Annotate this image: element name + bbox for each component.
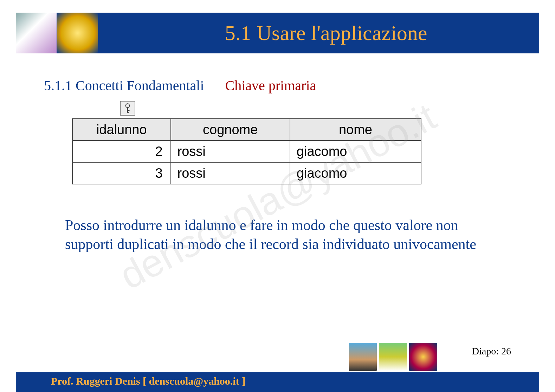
slide-number: Diapo: 26 xyxy=(472,346,511,357)
footer-decor-image-1 xyxy=(349,343,377,371)
diapo-number: 26 xyxy=(501,346,511,357)
cell-cognome: rossi xyxy=(171,141,290,162)
svg-rect-3 xyxy=(127,112,129,113)
table-row: 3 rossi giacomo xyxy=(72,162,421,184)
header-decor-image-1 xyxy=(16,13,57,53)
database-table: idalunno cognome nome 2 rossi giacomo 3 … xyxy=(72,118,421,184)
subtitle-row: 5.1.1 Concetti Fondamentali Chiave prima… xyxy=(44,77,539,94)
col-header-cognome: cognome xyxy=(171,119,290,141)
section-topic: Chiave primaria xyxy=(225,77,316,94)
cell-nome: giacomo xyxy=(290,141,421,162)
cell-id: 2 xyxy=(72,141,171,162)
header-decor-image-2 xyxy=(57,13,98,53)
slide: denscuola@yahoo.it 5.1 Usare l'applicazi… xyxy=(16,0,539,392)
svg-point-0 xyxy=(126,104,130,107)
section-number: 5.1.1 Concetti Fondamentali xyxy=(44,77,204,94)
table-row: 2 rossi giacomo xyxy=(72,141,421,162)
col-header-nome: nome xyxy=(290,119,421,141)
page-title: 5.1 Usare l'applicazione xyxy=(99,21,539,45)
footer-decor-image-3 xyxy=(409,343,437,371)
key-icon xyxy=(124,103,131,113)
header-bar: 5.1 Usare l'applicazione xyxy=(16,13,539,53)
footer-decor-image-2 xyxy=(379,343,407,371)
svg-rect-2 xyxy=(127,110,129,111)
table-header-row: idalunno cognome nome xyxy=(72,119,421,141)
header-image-strip xyxy=(16,13,99,53)
cell-cognome: rossi xyxy=(171,162,290,184)
diapo-label: Diapo: xyxy=(472,346,499,357)
primary-key-icon xyxy=(120,101,135,116)
cell-nome: giacomo xyxy=(290,162,421,184)
col-header-idalunno: idalunno xyxy=(72,119,171,141)
header-banner: 5.1 Usare l'applicazione xyxy=(16,0,539,63)
footer-image-strip xyxy=(349,343,437,371)
cell-id: 3 xyxy=(72,162,171,184)
svg-rect-1 xyxy=(127,107,128,112)
footer-author: Prof. Ruggeri Denis [ denscuola@yahoo.it… xyxy=(51,375,245,387)
body-paragraph: Posso introdurre un idalunno e fare in m… xyxy=(65,216,508,254)
